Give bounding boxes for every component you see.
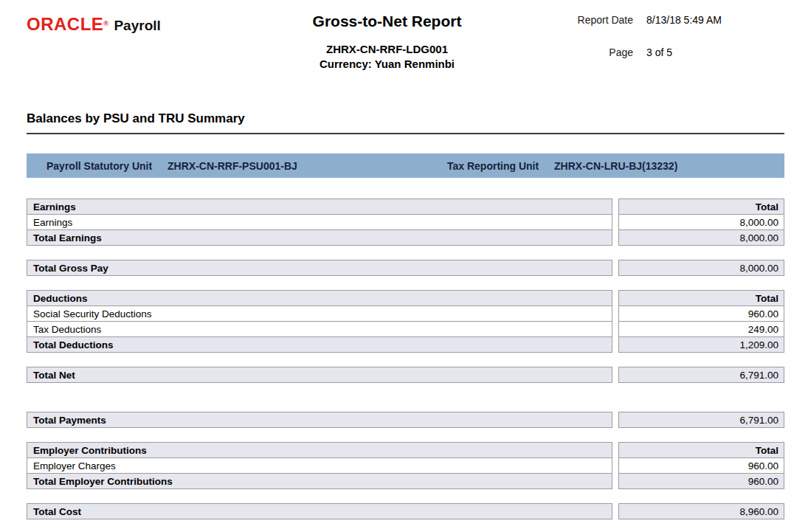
total-gross-pay-table: Total Gross Pay8,000.00 bbox=[27, 260, 784, 276]
row-label: Total Deductions bbox=[27, 337, 612, 353]
table-row: Total Deductions1,209.00 bbox=[27, 337, 784, 353]
row-label: Total Earnings bbox=[27, 230, 612, 246]
table-row: EarningsTotal bbox=[27, 198, 784, 215]
psu-value: ZHRX-CN-RRF-PSU001-BJ bbox=[168, 160, 297, 172]
table-row: Employer Charges960.00 bbox=[27, 458, 784, 474]
table-row: Total Gross Pay8,000.00 bbox=[27, 260, 784, 276]
table-row: Employer ContributionsTotal bbox=[27, 442, 784, 458]
section-title: Balances by PSU and TRU Summary bbox=[27, 111, 784, 126]
row-value: 960.00 bbox=[618, 306, 784, 322]
table-row: Earnings8,000.00 bbox=[27, 215, 784, 230]
row-label: Total Cost bbox=[27, 503, 612, 519]
tru-label: Tax Reporting Unit bbox=[447, 160, 539, 172]
table-row: Total Cost8,960.00 bbox=[27, 503, 784, 519]
row-label: Social Security Deductions bbox=[27, 306, 612, 322]
report-date-row: Report Date 8/13/18 5:49 AM bbox=[563, 14, 784, 26]
product-name: Payroll bbox=[114, 18, 160, 33]
table-row: Total Employer Contributions960.00 bbox=[27, 474, 784, 489]
report-meta: Report Date 8/13/18 5:49 AM Page 3 of 5 bbox=[563, 9, 784, 58]
row-value: 6,791.00 bbox=[618, 367, 784, 383]
title-block: Gross-to-Net Report ZHRX-CN-RRF-LDG001 C… bbox=[211, 9, 563, 70]
deductions-table: DeductionsTotalSocial Security Deduction… bbox=[27, 290, 784, 353]
table-row: Total Net6,791.00 bbox=[27, 367, 784, 383]
row-value: 960.00 bbox=[618, 458, 784, 474]
payroll-statutory-unit: Payroll Statutory Unit ZHRX-CN-RRF-PSU00… bbox=[27, 160, 447, 172]
table-row: DeductionsTotal bbox=[27, 290, 784, 306]
report-header: ORACLE® Payroll Gross-to-Net Report ZHRX… bbox=[27, 9, 784, 70]
table-row: Total Earnings8,000.00 bbox=[27, 230, 784, 246]
row-label: Total Employer Contributions bbox=[27, 474, 612, 489]
row-value: 8,960.00 bbox=[618, 503, 784, 519]
row-label: Total Net bbox=[27, 367, 612, 383]
total-cost-table: Total Cost8,960.00 bbox=[27, 503, 784, 519]
row-value: Total bbox=[618, 290, 784, 306]
row-value: 8,000.00 bbox=[618, 230, 784, 246]
row-value: 960.00 bbox=[618, 474, 784, 489]
registered-trademark-icon: ® bbox=[103, 20, 108, 27]
report-title: Gross-to-Net Report bbox=[211, 9, 563, 30]
total-net-table: Total Net6,791.00 bbox=[27, 367, 784, 383]
row-label: Total Payments bbox=[27, 412, 612, 428]
page-number-row: Page 3 of 5 bbox=[563, 46, 784, 58]
currency-line: Currency: Yuan Renminbi bbox=[211, 58, 563, 70]
row-value: Total bbox=[618, 198, 784, 215]
employer-contributions-table: Employer ContributionsTotalEmployer Char… bbox=[27, 442, 784, 489]
table-row: Total Payments6,791.00 bbox=[27, 412, 784, 428]
row-label: Employer Contributions bbox=[27, 442, 612, 458]
row-label: Earnings bbox=[27, 198, 612, 215]
earnings-table: EarningsTotalEarnings8,000.00Total Earni… bbox=[27, 198, 784, 246]
row-label: Tax Deductions bbox=[27, 322, 612, 337]
page-label: Page bbox=[563, 46, 633, 58]
row-value: 249.00 bbox=[618, 322, 784, 337]
row-value: 1,209.00 bbox=[618, 337, 784, 353]
row-value: 8,000.00 bbox=[618, 260, 784, 276]
total-payments-table: Total Payments6,791.00 bbox=[27, 412, 784, 428]
row-value: 6,791.00 bbox=[618, 412, 784, 428]
psu-tru-header-bar: Payroll Statutory Unit ZHRX-CN-RRF-PSU00… bbox=[27, 153, 784, 178]
report-page: ORACLE® Payroll Gross-to-Net Report ZHRX… bbox=[0, 0, 808, 519]
tax-reporting-unit: Tax Reporting Unit ZHRX-CN-LRU-BJ(13232) bbox=[447, 160, 784, 172]
tru-value: ZHRX-CN-LRU-BJ(13232) bbox=[554, 160, 677, 172]
row-label: Total Gross Pay bbox=[27, 260, 612, 276]
table-row: Tax Deductions249.00 bbox=[27, 322, 784, 337]
row-value: 8,000.00 bbox=[618, 215, 784, 230]
row-value: Total bbox=[618, 442, 784, 458]
report-date-value: 8/13/18 5:49 AM bbox=[646, 14, 784, 26]
section-divider bbox=[27, 133, 784, 134]
oracle-wordmark: ORACLE bbox=[27, 14, 103, 34]
page-value: 3 of 5 bbox=[646, 46, 784, 58]
row-label: Deductions bbox=[27, 290, 612, 306]
row-label: Employer Charges bbox=[27, 458, 612, 474]
table-row: Social Security Deductions960.00 bbox=[27, 306, 784, 322]
psu-label: Payroll Statutory Unit bbox=[46, 160, 152, 172]
row-label: Earnings bbox=[27, 215, 612, 230]
report-subtitle: ZHRX-CN-RRF-LDG001 bbox=[211, 43, 563, 55]
oracle-payroll-logo: ORACLE® Payroll bbox=[27, 9, 211, 35]
report-date-label: Report Date bbox=[563, 14, 633, 26]
